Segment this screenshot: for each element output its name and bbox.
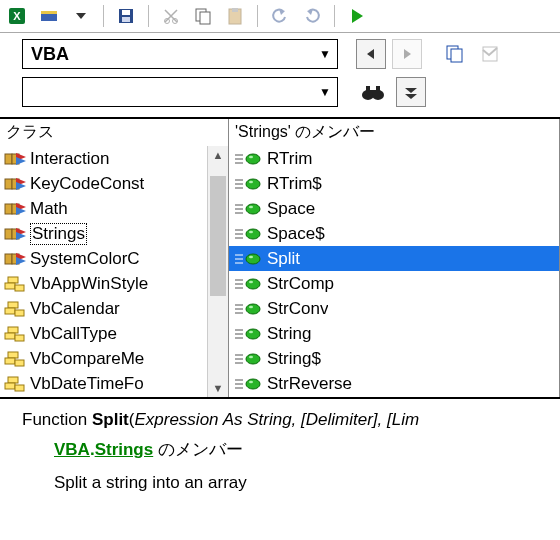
member-label: String$ [267, 349, 321, 369]
search-row: ▼ [0, 75, 560, 117]
member-item[interactable]: Split [229, 246, 559, 271]
svg-rect-53 [5, 308, 15, 314]
class-label: Interaction [30, 149, 109, 169]
separator [257, 5, 258, 27]
class-item[interactable]: VbCallType [0, 321, 207, 346]
scroll-down-icon[interactable]: ▼ [208, 379, 228, 397]
svg-marker-16 [352, 9, 363, 23]
svg-point-93 [249, 280, 253, 283]
svg-rect-49 [8, 277, 18, 283]
undo-icon[interactable] [269, 5, 291, 27]
save-icon[interactable] [115, 5, 137, 27]
svg-rect-59 [5, 358, 15, 364]
member-label: StrConv [267, 299, 328, 319]
class-item[interactable]: SystemColorC [0, 246, 207, 271]
args-preview: Expression As String, [Delimiter], [Lim [134, 410, 419, 429]
classes-list[interactable]: InteractionKeyCodeConstMathStringsSystem… [0, 146, 207, 397]
ruler-icon[interactable] [38, 5, 60, 27]
class-item[interactable]: VbDateTimeFo [0, 371, 207, 396]
svg-point-82 [246, 229, 260, 239]
member-item[interactable]: StrComp [229, 271, 559, 296]
method-icon [233, 225, 263, 243]
svg-rect-55 [8, 327, 18, 333]
member-label: StrReverse [267, 374, 352, 394]
module-icon [4, 250, 26, 268]
enum-icon [4, 300, 26, 318]
member-item[interactable]: RTrim [229, 146, 559, 171]
member-label: String [267, 324, 311, 344]
svg-point-103 [249, 330, 253, 333]
dropdown-icon[interactable] [70, 5, 92, 27]
module-icon [4, 150, 26, 168]
svg-rect-52 [8, 302, 18, 308]
class-item[interactable]: KeyCodeConst [0, 171, 207, 196]
lib-link[interactable]: VBA [54, 440, 90, 459]
nav-back-button[interactable] [356, 39, 386, 69]
svg-point-97 [246, 304, 260, 314]
scroll-up-icon[interactable]: ▲ [208, 146, 228, 164]
class-label: VbAppWinStyle [30, 274, 148, 294]
cut-icon[interactable] [160, 5, 182, 27]
run-icon[interactable] [346, 5, 368, 27]
redo-icon[interactable] [301, 5, 323, 27]
svg-marker-4 [76, 13, 86, 19]
search-combo[interactable]: ▼ [22, 77, 338, 107]
svg-point-107 [246, 354, 260, 364]
method-icon [233, 300, 263, 318]
excel-icon[interactable]: X [6, 5, 28, 27]
class-item[interactable]: Strings [0, 221, 207, 246]
scroll-thumb[interactable] [210, 176, 226, 296]
members-list[interactable]: RTrimRTrim$SpaceSpace$SplitStrCompStrCon… [229, 146, 559, 397]
svg-rect-11 [200, 12, 210, 24]
class-item[interactable]: VbCalendar [0, 296, 207, 321]
class-item[interactable]: VbAppWinStyle [0, 271, 207, 296]
svg-point-112 [246, 379, 260, 389]
chevron-down-icon: ▼ [317, 47, 333, 61]
svg-point-108 [249, 355, 253, 358]
module-icon [4, 225, 26, 243]
member-item[interactable]: StrReverse [229, 371, 559, 396]
class-label: VbDateTimeFo [30, 374, 144, 394]
member-item[interactable]: StrConv [229, 296, 559, 321]
member-item[interactable]: RTrim$ [229, 171, 559, 196]
svg-point-67 [246, 154, 260, 164]
svg-rect-6 [122, 10, 130, 15]
member-item[interactable]: Space$ [229, 221, 559, 246]
keyword: Function [22, 410, 87, 429]
class-label: SystemColorC [30, 249, 140, 269]
member-label: Split [267, 249, 300, 269]
class-item[interactable]: Interaction [0, 146, 207, 171]
svg-rect-45 [5, 254, 12, 264]
members-pane: 'Strings' のメンバー RTrimRTrim$SpaceSpace$Sp… [229, 119, 560, 397]
method-icon [233, 250, 263, 268]
member-item[interactable]: String [229, 321, 559, 346]
member-item[interactable]: Space [229, 196, 559, 221]
browser-panes: クラス InteractionKeyCodeConstMathStringsSy… [0, 117, 560, 397]
module-link[interactable]: Strings [95, 440, 154, 459]
svg-rect-56 [5, 333, 15, 339]
signature: Function Split(Expression As String, [De… [22, 407, 552, 433]
view-definition-button [476, 39, 506, 69]
paste-icon[interactable] [224, 5, 246, 27]
member-of-line: VBA.Strings のメンバー [22, 433, 552, 463]
copy-to-clipboard-button[interactable] [440, 39, 470, 69]
binoculars-icon[interactable] [356, 77, 390, 107]
library-combo[interactable]: VBA ▼ [22, 39, 338, 69]
separator [148, 5, 149, 27]
svg-point-77 [246, 204, 260, 214]
toggle-search-results-button[interactable] [396, 77, 426, 107]
library-row: VBA ▼ [0, 33, 560, 75]
scrollbar[interactable]: ▲ ▼ [207, 146, 228, 397]
svg-rect-57 [15, 335, 24, 341]
class-item[interactable]: Math [0, 196, 207, 221]
copy-icon[interactable] [192, 5, 214, 27]
svg-rect-7 [122, 17, 130, 22]
class-label: Math [30, 199, 68, 219]
class-item[interactable]: VbCompareMe [0, 346, 207, 371]
svg-point-78 [249, 205, 253, 208]
svg-rect-58 [8, 352, 18, 358]
svg-rect-54 [15, 310, 24, 316]
member-item[interactable]: String$ [229, 346, 559, 371]
svg-rect-33 [5, 179, 12, 189]
member-label: StrComp [267, 274, 334, 294]
